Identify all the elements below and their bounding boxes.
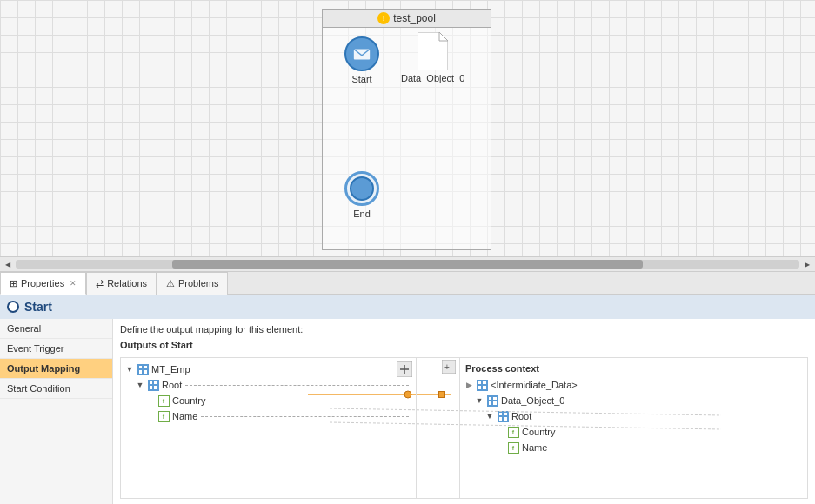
expand-icon: + <box>442 360 456 374</box>
table-grid-icon-5 <box>498 411 509 422</box>
envelope-icon <box>352 44 371 63</box>
start-label: Start <box>351 74 371 84</box>
country-dotted-line <box>210 401 409 401</box>
expand-mt-emp[interactable]: ▼ <box>124 364 135 375</box>
start-indicator-icon <box>7 301 19 313</box>
name-right-label: Name <box>522 442 547 453</box>
properties-tab-label: Properties <box>21 278 64 288</box>
root-right-label: Root <box>511 411 531 421</box>
bottom-panel: Start General Event Trigger Output Mappi… <box>0 295 815 504</box>
end-label: End <box>353 209 371 219</box>
tree-node-name-right[interactable]: ▶ f Name <box>491 440 807 455</box>
expand-root-right[interactable]: ▼ <box>484 411 495 421</box>
start-node[interactable]: Start <box>344 36 379 84</box>
field-grid-icon-3: f <box>508 427 519 438</box>
table-icon-data-object <box>486 395 498 407</box>
scroll-left-arrow[interactable]: ◀ <box>2 258 14 270</box>
field-grid-icon-2: f <box>158 411 170 422</box>
pool-name: test_pool <box>393 12 436 24</box>
mapping-area: ▼ MT_Emp <box>120 357 808 499</box>
field-icon-country-left: f <box>157 395 170 407</box>
tree-node-country-right[interactable]: ▶ f Country <box>491 424 807 440</box>
end-node[interactable]: End <box>344 171 379 219</box>
table-grid-icon <box>137 364 149 375</box>
data-object-svg <box>418 32 448 70</box>
table-icon-mt-emp <box>137 363 149 375</box>
add-icon <box>397 361 412 377</box>
country-left-label: Country <box>172 395 206 406</box>
data-object-node[interactable]: Data_Object_0 <box>401 32 464 83</box>
field-icon-name-right: f <box>507 441 519 454</box>
tab-relations[interactable]: ⇄ Relations <box>86 272 157 295</box>
horizontal-scrollbar[interactable]: ◀ ▶ <box>0 256 815 272</box>
scroll-thumb <box>172 260 643 269</box>
scroll-track[interactable] <box>16 260 799 269</box>
table-grid-icon-2 <box>148 380 159 391</box>
data-object-label: Data_Object_0 <box>401 73 464 83</box>
tree-node-name-left[interactable]: ▶ f Name <box>142 408 416 424</box>
problems-tab-label: Problems <box>178 278 218 288</box>
field-grid-icon-4: f <box>508 442 519 454</box>
panel-title: Start <box>24 300 52 314</box>
left-tree-panel: ▼ MT_Emp <box>121 358 417 498</box>
tree-node-mt-emp[interactable]: ▼ MT_Emp <box>121 361 416 377</box>
outputs-label: Outputs of Start <box>120 340 193 350</box>
table-icon-root-right <box>497 410 509 422</box>
field-grid-icon: f <box>158 395 170 407</box>
left-nav: General Event Trigger Output Mapping Sta… <box>0 319 113 504</box>
add-mapping-btn[interactable] <box>397 361 412 380</box>
pool-warning-icon: ! <box>377 12 390 24</box>
country-right-label: Country <box>522 427 556 437</box>
tab-problems[interactable]: ⚠ Problems <box>157 272 228 295</box>
table-grid-icon-4 <box>487 395 498 407</box>
end-circle-icon <box>344 171 379 206</box>
pool-header: ! test_pool <box>323 10 491 28</box>
content-description: Define the output mapping for this eleme… <box>120 324 808 335</box>
canvas-area: ! test_pool Start <box>0 0 815 256</box>
mt-emp-label: MT_Emp <box>151 364 190 375</box>
name-left-label: Name <box>172 411 197 421</box>
start-circle-icon <box>344 36 379 71</box>
right-tree-panel: Process context ▶ <box>460 358 807 498</box>
expand-data-object-right[interactable]: ▼ <box>474 395 484 406</box>
nav-output-mapping[interactable]: Output Mapping <box>0 359 112 379</box>
process-context-label: Process context <box>460 361 807 377</box>
pool-container: ! test_pool Start <box>322 9 491 250</box>
scroll-right-arrow[interactable]: ▶ <box>801 258 813 270</box>
end-circle-inner <box>350 176 374 201</box>
data-object-right-label: Data_Object_0 <box>501 395 564 406</box>
table-icon-intermediate <box>476 379 488 391</box>
tree-node-data-object-right[interactable]: ▼ Data_Object_0 <box>471 393 807 408</box>
relations-tab-icon: ⇄ <box>96 278 104 289</box>
tree-node-root-right[interactable]: ▼ Root <box>481 408 807 424</box>
orange-connector-square <box>438 391 445 398</box>
pool-body: Start Data_Object_0 <box>323 28 491 249</box>
nav-general[interactable]: General <box>0 319 112 339</box>
problems-tab-icon: ⚠ <box>166 278 175 289</box>
tree-node-country-left[interactable]: ▶ f Country <box>142 393 416 408</box>
expand-intermediate[interactable]: ▶ <box>464 380 474 390</box>
properties-tab-icon: ⊞ <box>10 278 17 289</box>
data-object-shape <box>418 32 448 70</box>
name-dotted-line <box>201 416 409 417</box>
panel-title-row: Start <box>0 295 815 319</box>
expand-all-btn[interactable]: + <box>442 360 456 376</box>
tabs-bar: ⊞ Properties ✕ ⇄ Relations ⚠ Problems <box>0 272 815 295</box>
nav-start-condition[interactable]: Start Condition <box>0 379 112 399</box>
intermediate-label: <Intermidiate_Data> <box>491 380 578 390</box>
svg-text:+: + <box>444 362 450 372</box>
field-icon-country-right: f <box>507 426 519 438</box>
content-area: General Event Trigger Output Mapping Sta… <box>0 319 815 504</box>
root-left-label: Root <box>162 380 182 390</box>
properties-tab-close[interactable]: ✕ <box>70 279 77 288</box>
nav-event-trigger[interactable]: Event Trigger <box>0 339 112 359</box>
root-dotted-line <box>185 385 409 386</box>
field-icon-name-left: f <box>157 410 170 422</box>
tree-node-root-left[interactable]: ▼ Root <box>131 377 416 393</box>
expand-root-left[interactable]: ▼ <box>135 380 145 390</box>
svg-marker-1 <box>418 32 448 70</box>
tab-properties[interactable]: ⊞ Properties ✕ <box>0 272 86 295</box>
main-content: Define the output mapping for this eleme… <box>113 319 815 504</box>
table-icon-root-left <box>147 379 159 391</box>
tree-node-intermediate[interactable]: ▶ <Intermidiate_Data> <box>460 377 807 393</box>
